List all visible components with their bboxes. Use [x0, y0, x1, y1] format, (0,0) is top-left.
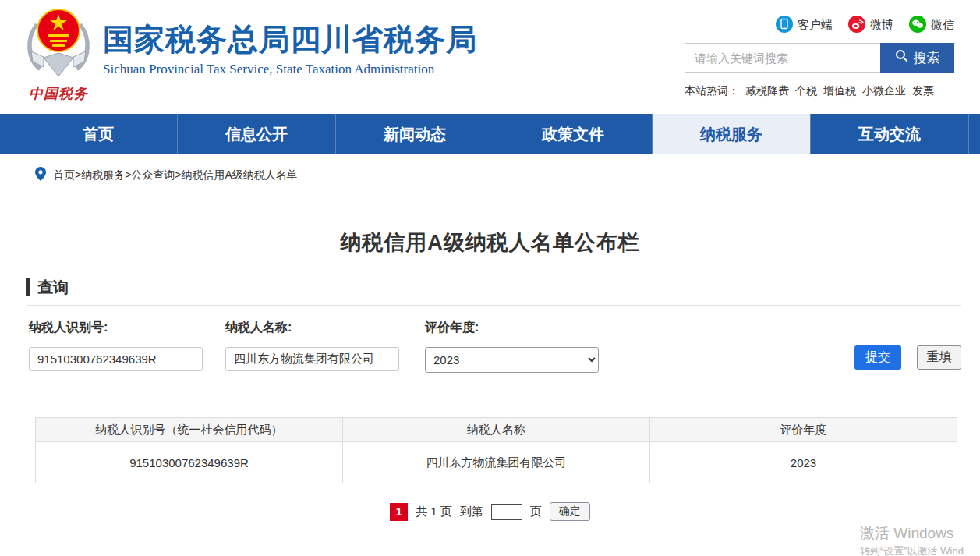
- nav-left-stub: [0, 114, 19, 154]
- hot-word[interactable]: 增值税: [823, 84, 856, 98]
- wechat-label: 微信: [931, 18, 954, 33]
- col-header-taxpayer-id: 纳税人识别号（统一社会信用代码）: [36, 418, 343, 442]
- cell-taxpayer-id: 91510300762349639R: [36, 442, 343, 483]
- cell-evaluation-year: 2023: [650, 442, 957, 483]
- nav-item-news[interactable]: 新闻动态: [336, 114, 494, 154]
- site-title-block: 国家税务总局四川省税务局 Sichuan Provincial Tax Serv…: [103, 22, 477, 77]
- site-title: 国家税务总局四川省税务局: [103, 22, 477, 58]
- section-title: 查询: [37, 277, 69, 298]
- nav-item-policy[interactable]: 政策文件: [494, 114, 653, 154]
- goto-prefix-text: 到第: [460, 505, 483, 519]
- query-section-header: 查询: [26, 277, 69, 298]
- evaluation-year-select[interactable]: 2023: [425, 347, 599, 373]
- table-header-row: 纳税人识别号（统一社会信用代码） 纳税人名称 评价年度: [36, 418, 957, 442]
- breadcrumb-text[interactable]: 首页>纳税服务>公众查询>纳税信用A级纳税人名单: [53, 168, 298, 182]
- section-accent-bar: [26, 278, 30, 296]
- nav-item-interaction[interactable]: 互动交流: [811, 114, 969, 154]
- goto-suffix-text: 页: [530, 505, 542, 519]
- site-header: 中国税务 国家税务总局四川省税务局 Sichuan Provincial Tax…: [0, 0, 980, 114]
- table-row: 91510300762349639R 四川东方物流集团有限公司 2023: [36, 442, 957, 483]
- mobile-app-icon: [776, 16, 793, 35]
- hot-word[interactable]: 小微企业: [862, 84, 906, 98]
- site-search: 搜索: [685, 43, 954, 73]
- goto-confirm-button[interactable]: 确定: [550, 502, 590, 521]
- hot-words: 本站热词： 减税降费 个税 增值税 小微企业 发票: [685, 84, 934, 98]
- taxpayer-id-input[interactable]: [29, 347, 203, 371]
- wechat-link[interactable]: 微信: [909, 16, 954, 35]
- taxpayer-name-label: 纳税人名称:: [225, 320, 399, 336]
- page-title: 纳税信用A级纳税人名单公布栏: [0, 228, 980, 257]
- search-icon: [895, 49, 908, 66]
- client-app-label: 客户端: [798, 18, 833, 33]
- hot-word[interactable]: 个税: [795, 84, 817, 98]
- wechat-icon: [909, 16, 926, 35]
- evaluation-year-label: 评价年度:: [425, 320, 599, 336]
- site-subtitle: Sichuan Provincial Tax Service, State Ta…: [103, 62, 477, 77]
- weibo-icon: [848, 16, 865, 35]
- watermark-line2: 转到“设置”以激活 Wind: [860, 544, 980, 556]
- goto-page-input[interactable]: [491, 504, 522, 520]
- taxpayer-name-field-group: 纳税人名称:: [225, 320, 399, 371]
- location-pin-icon: [35, 167, 46, 183]
- col-header-evaluation-year: 评价年度: [650, 418, 957, 442]
- evaluation-year-field-group: 评价年度: 2023: [425, 320, 599, 373]
- nav-item-home[interactable]: 首页: [19, 114, 178, 154]
- weibo-link[interactable]: 微博: [848, 16, 893, 35]
- taxpayer-id-field-group: 纳税人识别号:: [29, 320, 203, 371]
- quick-links: 客户端 微博: [776, 16, 954, 35]
- col-header-taxpayer-name: 纳税人名称: [343, 418, 650, 442]
- pagination: 1 共 1 页 到第 页 确定: [0, 502, 980, 521]
- tax-emblem-logo: 中国税务: [19, 5, 97, 103]
- hot-word[interactable]: 发票: [912, 84, 934, 98]
- logo-calligraphy: 中国税务: [19, 84, 97, 103]
- search-button-label: 搜索: [914, 49, 940, 67]
- search-input[interactable]: [685, 44, 880, 72]
- client-app-link[interactable]: 客户端: [776, 16, 833, 35]
- section-divider: [27, 305, 961, 306]
- tax-emblem-icon: [25, 69, 92, 82]
- taxpayer-name-input[interactable]: [225, 347, 399, 371]
- results-table: 纳税人识别号（统一社会信用代码） 纳税人名称 评价年度 915103007623…: [35, 417, 957, 483]
- cell-taxpayer-name: 四川东方物流集团有限公司: [343, 442, 650, 483]
- reset-button[interactable]: 重填: [917, 345, 961, 370]
- submit-button[interactable]: 提交: [854, 345, 901, 370]
- hot-word[interactable]: 减税降费: [745, 84, 789, 98]
- total-pages-text: 共 1 页: [416, 505, 452, 519]
- weibo-label: 微博: [870, 18, 893, 33]
- nav-item-tax-service[interactable]: 纳税服务: [653, 114, 811, 154]
- search-button[interactable]: 搜索: [880, 43, 954, 73]
- nav-right-stub: [969, 114, 980, 154]
- hot-words-label: 本站热词：: [685, 84, 739, 98]
- page: 中国税务 国家税务总局四川省税务局 Sichuan Provincial Tax…: [0, 0, 980, 556]
- nav-item-info-disclosure[interactable]: 信息公开: [178, 114, 336, 154]
- breadcrumb: 首页>纳税服务>公众查询>纳税信用A级纳税人名单: [35, 167, 298, 183]
- taxpayer-id-label: 纳税人识别号:: [29, 320, 203, 336]
- watermark-line1: 激活 Windows: [860, 523, 980, 544]
- current-page-button[interactable]: 1: [390, 503, 408, 521]
- main-nav: 首页 信息公开 新闻动态 政策文件 纳税服务 互动交流: [0, 114, 980, 154]
- windows-activation-watermark: 激活 Windows 转到“设置”以激活 Wind: [860, 523, 980, 556]
